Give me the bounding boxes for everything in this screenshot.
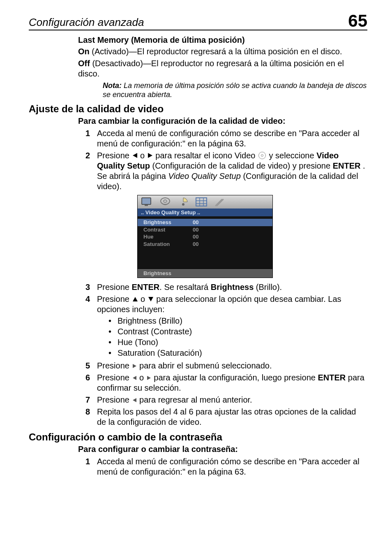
svg-rect-0 bbox=[142, 198, 151, 204]
step-4-body: Presione o para seleccionar la opción qu… bbox=[97, 294, 367, 359]
txt: Presione bbox=[97, 294, 132, 303]
step-5: 5 Presione para abrir el submenú selecci… bbox=[85, 361, 367, 371]
step-7: 7 Presione para regresar al menú anterio… bbox=[85, 395, 367, 405]
page-name: Video Quality Setup bbox=[168, 171, 240, 181]
osd-key: Saturation bbox=[143, 241, 193, 248]
opt: Saturation (Saturación) bbox=[118, 348, 202, 358]
osd-menu-title: .. Video Quality Setup .. bbox=[137, 208, 273, 216]
bullet-icon: • bbox=[108, 348, 118, 358]
off-label: Off bbox=[78, 59, 90, 68]
page-header: Configuración avanzada 65 bbox=[29, 12, 367, 30]
osd-key: Brightness bbox=[143, 219, 193, 226]
step-num: 2 bbox=[85, 151, 97, 192]
osd-row-saturation: Saturation 00 bbox=[138, 241, 272, 248]
opt: Brightness (Brillo) bbox=[118, 315, 182, 326]
osd-tab-tools-icon bbox=[213, 197, 226, 207]
section-title: Configuración avanzada bbox=[29, 16, 144, 30]
opt: Contrast (Contraste) bbox=[118, 326, 192, 337]
step-3-body: Presione ENTER. Se resaltará Brightness … bbox=[97, 282, 367, 292]
txt: . Se resaltará bbox=[159, 283, 211, 292]
txt: o bbox=[140, 151, 147, 160]
step-1: 1 Acceda al menú de configuración cómo s… bbox=[85, 128, 367, 149]
left-arrow-icon bbox=[133, 153, 137, 158]
document-page: Configuración avanzada 65 Last Memory (M… bbox=[0, 0, 392, 494]
right-arrow-icon bbox=[148, 153, 152, 158]
options-list: •Brightness (Brillo) •Contrast (Contrast… bbox=[108, 315, 367, 358]
option-name: Brightness bbox=[211, 283, 254, 292]
step-num: 3 bbox=[85, 282, 97, 292]
last-memory-heading: Last Memory (Memoria de última posición) bbox=[78, 35, 367, 45]
bullet-icon: • bbox=[108, 315, 118, 326]
txt: para resaltar el icono Video bbox=[155, 151, 258, 160]
step-num: 8 bbox=[85, 407, 97, 427]
osd-key: Hue bbox=[143, 233, 193, 241]
step-6-body: Presione o para ajustar la configuración… bbox=[97, 373, 367, 393]
step-2-body: Presione o para resaltar el icono Video … bbox=[97, 151, 367, 192]
step-2: 2 Presione o para resaltar el icono Vide… bbox=[85, 151, 367, 192]
last-memory-note: Nota: La memoria de última posición sólo… bbox=[103, 81, 367, 99]
svg-rect-5 bbox=[196, 198, 207, 206]
enter-key: ENTER bbox=[318, 373, 346, 382]
step-1-body: Acceda al menú de configuración cómo se … bbox=[97, 128, 367, 149]
txt: para abrir el submenú seleccionado. bbox=[139, 361, 272, 370]
list-item: •Saturation (Saturación) bbox=[108, 348, 367, 358]
txt: o bbox=[139, 373, 146, 382]
opt: Hue (Tono) bbox=[118, 337, 158, 348]
txt: Presione bbox=[97, 395, 132, 404]
off-text: (Desactivado)—El reproductor no regresar… bbox=[78, 59, 344, 78]
osd-tab-disc-icon bbox=[159, 197, 171, 207]
txt: Presione bbox=[97, 373, 132, 382]
osd-row-hue: Hue 00 bbox=[138, 233, 272, 241]
password-step-1: 1 Acceda al menú de configuración cómo s… bbox=[85, 456, 367, 477]
txt: Presione bbox=[97, 151, 132, 160]
bullet-icon: • bbox=[108, 337, 118, 348]
step-7-body: Presione para regresar al menú anterior. bbox=[97, 395, 367, 405]
last-memory-off: Off (Desactivado)—El reproductor no regr… bbox=[78, 58, 367, 79]
osd-row-contrast: Contrast 00 bbox=[138, 226, 272, 234]
step-num: 1 bbox=[85, 128, 97, 149]
right-arrow-icon bbox=[147, 376, 151, 380]
txt: Presione bbox=[97, 283, 132, 292]
step-8: 8 Repita los pasos del 4 al 6 para ajust… bbox=[85, 407, 367, 427]
osd-tab-bar bbox=[137, 195, 273, 208]
step-num: 1 bbox=[85, 456, 97, 477]
right-arrow-icon bbox=[133, 364, 136, 368]
password-subheading: Para configurar o cambiar la contraseña: bbox=[78, 445, 367, 454]
step-5-body: Presione para abrir el submenú seleccion… bbox=[97, 361, 367, 371]
osd-row-brightness: Brightness 00 bbox=[138, 219, 272, 226]
step-num: 7 bbox=[85, 395, 97, 405]
list-item: •Hue (Tono) bbox=[108, 337, 367, 348]
osd-tab-grid-icon bbox=[195, 197, 208, 207]
list-item: •Brightness (Brillo) bbox=[108, 315, 367, 326]
txt: (Brillo). bbox=[254, 283, 282, 292]
down-arrow-icon bbox=[148, 297, 153, 301]
osd-val: 00 bbox=[193, 219, 209, 226]
step-num: 4 bbox=[85, 294, 97, 359]
step-8-body: Repita los pasos del 4 al 6 para ajustar… bbox=[97, 407, 367, 427]
up-arrow-icon bbox=[133, 297, 138, 301]
osd-footer: Brightness bbox=[137, 269, 273, 278]
note-text: La memoria de última posición sólo se ac… bbox=[103, 81, 367, 99]
txt: Presione bbox=[97, 361, 132, 370]
txt: (Configuración de la calidad de video) y… bbox=[152, 161, 332, 170]
list-item: •Contrast (Contraste) bbox=[108, 326, 367, 337]
left-arrow-icon bbox=[133, 376, 136, 380]
video-quality-heading: Ajuste de la calidad de video bbox=[29, 103, 367, 115]
osd-val: 00 bbox=[193, 241, 209, 248]
left-arrow-icon bbox=[133, 398, 136, 402]
step-4: 4 Presione o para seleccionar la opción … bbox=[85, 294, 367, 359]
step-6: 6 Presione o para ajustar la configuraci… bbox=[85, 373, 367, 393]
osd-tab-speaker-icon bbox=[177, 197, 189, 207]
svg-point-3 bbox=[164, 200, 167, 202]
osd-tab-monitor-icon bbox=[141, 197, 153, 207]
on-text: (Activado)—El reproductor regresará a la… bbox=[90, 47, 342, 56]
on-label: On bbox=[78, 47, 90, 56]
page-number: 65 bbox=[348, 12, 367, 30]
osd-val: 00 bbox=[193, 233, 209, 241]
svg-rect-1 bbox=[145, 205, 148, 206]
video-disc-icon bbox=[258, 152, 266, 159]
osd-val: 00 bbox=[193, 226, 209, 234]
last-memory-on: On (Activado)—El reproductor regresará a… bbox=[78, 46, 367, 57]
step-num: 6 bbox=[85, 373, 97, 393]
step-3: 3 Presione ENTER. Se resaltará Brightnes… bbox=[85, 282, 367, 292]
